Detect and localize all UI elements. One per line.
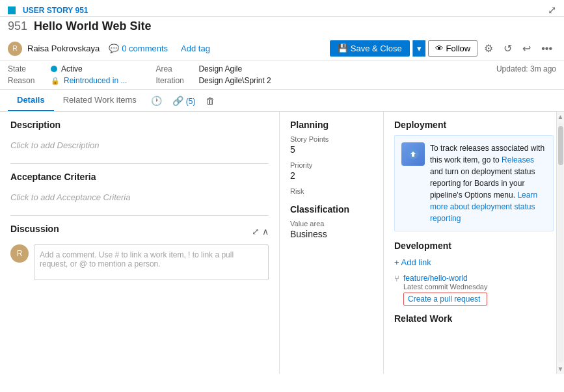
scroll-track	[558, 123, 563, 363]
scroll-down-arrow[interactable]: ▼	[556, 364, 564, 374]
refresh-button[interactable]: ↺	[500, 40, 516, 57]
tabs-bar: Details Related Work items 🕐 🔗 (5) 🗑	[0, 90, 564, 112]
author-name: Raisa Pokrovskaya	[27, 44, 100, 53]
comments-button[interactable]: 💬 0 comments	[105, 42, 172, 55]
priority-label: Priority	[290, 161, 373, 169]
divider-2	[10, 215, 269, 216]
classification-section: Classification Value area Business	[290, 204, 373, 239]
description-title: Description	[10, 120, 269, 130]
iteration-label: Iteration	[155, 76, 195, 85]
updated-time: Updated: 3m ago	[496, 64, 556, 73]
dev-item: ⑂ feature/hello-world Latest commit Wedn…	[394, 274, 554, 306]
discussion-input[interactable]: Add a comment. Use # to link a work item…	[34, 244, 269, 280]
state-dot	[51, 66, 57, 72]
save-close-button[interactable]: 💾 Save & Close	[330, 40, 410, 57]
save-close-label: Save & Close	[351, 44, 402, 53]
state-section: State Active Reason 🔒 Reintroduced in ..…	[8, 64, 127, 85]
related-work-section: Related Work	[394, 313, 554, 324]
left-panel: Description Click to add Description Acc…	[0, 112, 280, 374]
eye-icon: 👁	[435, 44, 444, 53]
links-button[interactable]: 🔗 (5)	[167, 92, 201, 110]
story-points-value[interactable]: 5	[290, 144, 373, 155]
value-area-label: Value area	[290, 220, 373, 228]
save-icon: 💾	[338, 44, 348, 53]
state-value[interactable]: Active	[61, 64, 83, 73]
area-section: Area Design Agile Iteration Design Agile…	[155, 64, 271, 85]
settings-button[interactable]: ⚙	[480, 40, 497, 57]
releases-link[interactable]: Releases	[502, 155, 534, 164]
area-row: Area Design Agile	[155, 64, 271, 73]
iteration-value[interactable]: Design Agile\Sprint 2	[198, 76, 271, 85]
state-label: State	[8, 64, 47, 73]
toolbar: R Raisa Pokrovskaya 💬 0 comments Add tag…	[0, 37, 564, 60]
value-area-value[interactable]: Business	[290, 229, 373, 239]
deployment-title: Deployment	[394, 120, 554, 130]
trash-button[interactable]: 🗑	[200, 92, 220, 110]
follow-label: Follow	[446, 44, 471, 53]
right-panel: Deployment To track releases associated …	[384, 112, 564, 374]
discussion-input-row: R Add a comment. Use # to link a work it…	[10, 244, 269, 280]
expand-icon[interactable]: ⤢	[548, 4, 556, 16]
dev-item-info: feature/hello-world Latest commit Wednes…	[403, 274, 487, 306]
breadcrumb-area: USER STORY 951	[8, 6, 88, 15]
divider-1	[10, 163, 269, 164]
discussion-icons: ⤢ ∧	[252, 226, 269, 237]
add-tag-button[interactable]: Add tag	[177, 42, 214, 55]
history-button[interactable]: 🕐	[146, 92, 167, 110]
classification-title: Classification	[290, 204, 373, 215]
acceptance-input[interactable]: Click to add Acceptance Criteria	[10, 187, 269, 207]
content-area: Description Click to add Description Acc…	[0, 112, 564, 374]
deployment-icon	[401, 142, 425, 166]
planning-title: Planning	[290, 120, 373, 130]
planning-panel: Planning Story Points 5 Priority 2 Risk …	[280, 112, 384, 374]
reason-row: Reason 🔒 Reintroduced in ...	[8, 76, 127, 85]
toolbar-right: 💾 Save & Close ▾ 👁 Follow ⚙ ↺ ↩ •••	[330, 40, 556, 57]
add-link-button[interactable]: + Add link	[394, 256, 431, 268]
development-title: Development	[394, 241, 554, 251]
title-bar: USER STORY 951 ⤢	[0, 0, 564, 17]
save-close-dropdown[interactable]: ▾	[412, 40, 425, 57]
follow-button[interactable]: 👁 Follow	[428, 40, 478, 57]
discussion-header: Discussion ⤢ ∧	[10, 224, 269, 239]
story-points-label: Story Points	[290, 135, 373, 143]
reason-label: Reason	[8, 76, 47, 85]
area-label: Area	[155, 64, 195, 73]
work-item-title[interactable]: Hello World Web Site	[34, 20, 151, 33]
priority-value[interactable]: 2	[290, 170, 373, 181]
breadcrumb-link[interactable]: USER STORY 951	[23, 6, 88, 15]
branch-icon: ⑂	[394, 274, 399, 283]
risk-label: Risk	[290, 187, 373, 195]
work-item-id: 951	[8, 20, 27, 33]
pull-request-link[interactable]: Create a pull request	[403, 293, 487, 306]
discussion-title: Discussion	[10, 224, 59, 234]
discussion-expand-button[interactable]: ⤢	[252, 226, 260, 237]
deployment-text: To track releases associated with this w…	[430, 142, 546, 224]
related-work-title: Related Work	[394, 313, 554, 324]
learn-more-link[interactable]: Learn more about deployment status repor…	[430, 190, 537, 223]
branch-link[interactable]: feature/hello-world	[403, 274, 487, 283]
development-section: Development + Add link ⑂ feature/hello-w…	[394, 241, 554, 306]
undo-button[interactable]: ↩	[518, 40, 535, 57]
tab-details[interactable]: Details	[8, 90, 54, 111]
scroll-up-arrow[interactable]: ▲	[556, 112, 564, 122]
links-count: (5)	[186, 97, 196, 106]
scroll-thumb[interactable]	[558, 126, 563, 165]
area-value[interactable]: Design Agile	[198, 64, 242, 73]
comments-label: 0 comments	[122, 44, 168, 53]
tab-related-work[interactable]: Related Work items	[54, 90, 146, 111]
reason-value[interactable]: Reintroduced in ...	[64, 76, 127, 85]
meta-bar: State Active Reason 🔒 Reintroduced in ..…	[0, 60, 564, 90]
avatar: R	[8, 42, 22, 56]
story-icon	[8, 7, 16, 14]
scrollbar[interactable]: ▲ ▼	[556, 112, 564, 374]
lock-icon: 🔒	[51, 77, 60, 85]
more-button[interactable]: •••	[537, 40, 556, 57]
acceptance-title: Acceptance Criteria	[10, 172, 269, 182]
discussion-collapse-button[interactable]: ∧	[262, 226, 269, 237]
comment-icon: 💬	[109, 44, 119, 53]
discussion-avatar: R	[10, 244, 29, 263]
commit-text: Latest commit Wednesday	[403, 283, 487, 291]
work-item-header: 951 Hello World Web Site	[0, 17, 564, 37]
deployment-box: To track releases associated with this w…	[394, 135, 554, 231]
description-input[interactable]: Click to add Description	[10, 135, 269, 155]
